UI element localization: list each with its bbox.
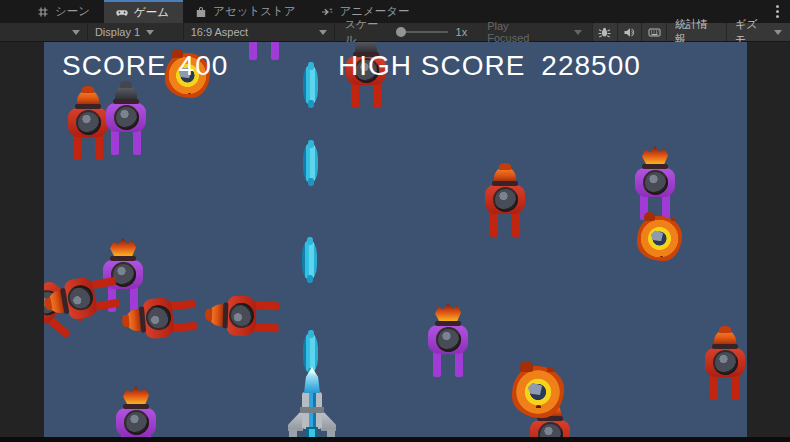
- enemy-band: [435, 321, 461, 326]
- tab-scene-label: シーン: [55, 4, 90, 19]
- game-view-toolbar: Display 1 16:9 Aspect スケール 1x Play Focus…: [0, 23, 790, 42]
- enemy-band: [492, 181, 518, 186]
- enemy-dome: [714, 330, 736, 345]
- keyboard-shortcuts-button[interactable]: [641, 23, 666, 41]
- ship-skid: [327, 429, 335, 437]
- enemy-band: [113, 99, 139, 104]
- enemy-leg: [455, 350, 463, 377]
- enemy-band: [110, 256, 136, 261]
- chevron-down-icon: [72, 30, 80, 35]
- animator-icon: [321, 6, 333, 18]
- enemy-leg: [710, 373, 718, 400]
- enemy-cockpit: [713, 350, 738, 375]
- enemy-dome: [115, 85, 137, 100]
- scale-slider-handle[interactable]: [396, 27, 406, 37]
- tab-asset-store-label: アセットストア: [213, 4, 295, 19]
- gizmos-dropdown[interactable]: ギズモ: [726, 23, 790, 41]
- enemy-red-sprite: [705, 328, 745, 400]
- keyboard-icon: [648, 26, 661, 39]
- aspect-ratio-label: 16:9 Aspect: [191, 26, 249, 38]
- game-viewport[interactable]: SCORE 400 HIGH SCORE 228500: [44, 42, 747, 437]
- bullet-sprite: [302, 240, 317, 280]
- high-score-value: 228500: [541, 50, 640, 82]
- play-focused-dropdown[interactable]: Play Focused: [477, 20, 592, 44]
- player-ship-sprite: [288, 367, 336, 437]
- enemy-cockpit: [643, 170, 668, 195]
- enemy-leg: [271, 42, 279, 60]
- tab-game[interactable]: ゲーム: [104, 0, 183, 23]
- scale-slider[interactable]: [397, 31, 448, 33]
- enemy-leg: [95, 133, 103, 160]
- enemy-cockpit: [114, 105, 139, 130]
- score-label: SCORE: [62, 50, 167, 82]
- enemy-band: [123, 404, 149, 409]
- explosion-sprite: [512, 366, 564, 418]
- enemy-purple-sprite: [116, 388, 156, 437]
- play-focused-label: Play Focused: [487, 20, 552, 44]
- explosion-sprite: [637, 216, 682, 261]
- enemy-leg: [433, 350, 441, 377]
- speaker-icon: [623, 26, 636, 39]
- stats-button[interactable]: 統計情報: [666, 23, 726, 41]
- enemy-band: [642, 164, 668, 169]
- enemy-cockpit: [436, 327, 461, 352]
- ship-nose: [304, 367, 320, 393]
- chevron-down-icon: [774, 30, 782, 35]
- ship-exhaust: [306, 427, 318, 437]
- enemy-cockpit: [493, 187, 518, 212]
- mute-audio-button[interactable]: [617, 23, 642, 41]
- display-dropdown[interactable]: Display 1: [88, 23, 183, 41]
- enemy-purple-sprite: [244, 42, 284, 60]
- enemy-leg: [490, 210, 498, 237]
- bug-icon: [598, 26, 611, 39]
- enemy-dome: [435, 303, 461, 322]
- bullet-sprite: [303, 65, 318, 105]
- enemy-leg: [73, 133, 81, 160]
- enemy-leg: [133, 128, 141, 155]
- enemy-purple-sprite: [106, 83, 146, 155]
- enemy-leg: [732, 373, 740, 400]
- ship-skid: [289, 429, 297, 437]
- enemy-band: [75, 104, 101, 109]
- enemy-dome: [123, 386, 149, 405]
- tab-scene[interactable]: シーン: [25, 0, 104, 23]
- debug-bug-button[interactable]: [592, 23, 617, 41]
- gamepad-icon: [116, 7, 128, 19]
- enemy-band: [712, 344, 738, 349]
- tab-game-label: ゲーム: [134, 5, 169, 20]
- enemy-leg: [373, 81, 381, 108]
- game-panel: SCORE 400 HIGH SCORE 228500: [0, 42, 790, 442]
- enemy-leg: [111, 128, 119, 155]
- game-view-dropdown[interactable]: [0, 23, 87, 41]
- enemy-red-sprite: [122, 295, 197, 341]
- scale-value: 1x: [456, 26, 468, 38]
- enemy-red-sprite: [44, 272, 121, 324]
- enemy-cockpit: [124, 410, 149, 435]
- chevron-down-icon: [146, 30, 154, 35]
- bullet-sprite: [303, 143, 318, 183]
- viewport-bottom-strip: [0, 437, 790, 442]
- enemy-purple-sprite: [428, 305, 468, 377]
- enemy-dome: [494, 167, 516, 182]
- grid-icon: [37, 6, 49, 18]
- enemy-leg: [351, 81, 359, 108]
- chevron-down-icon: [574, 30, 582, 35]
- enemy-dome: [77, 90, 99, 105]
- enemy-band: [223, 302, 229, 328]
- enemy-red-sprite: [485, 165, 525, 237]
- chevron-down-icon: [319, 30, 327, 35]
- tab-asset-store[interactable]: アセットストア: [183, 0, 309, 23]
- score-value: 400: [179, 50, 229, 82]
- ship-belt: [300, 407, 324, 413]
- enemy-leg: [512, 210, 520, 237]
- score-display: SCORE 400: [62, 50, 228, 82]
- enemy-red-sprite: [206, 295, 279, 337]
- enemy-dome: [642, 146, 668, 165]
- bag-icon: [195, 6, 207, 18]
- high-score-label: HIGH SCORE: [338, 50, 525, 82]
- enemy-purple-sprite: [635, 148, 675, 220]
- aspect-ratio-dropdown[interactable]: 16:9 Aspect: [184, 23, 334, 41]
- enemy-cockpit: [76, 110, 101, 135]
- enemy-leg: [249, 42, 257, 60]
- enemy-dome: [110, 238, 136, 257]
